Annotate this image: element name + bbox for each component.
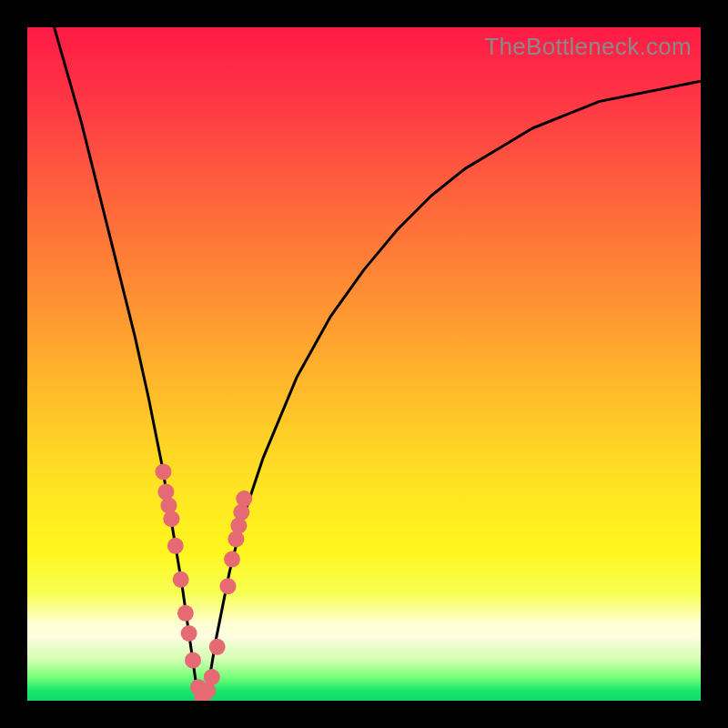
curve-marker: [228, 531, 244, 547]
curve-marker: [220, 578, 237, 594]
curve-marker: [181, 625, 197, 642]
curve-marker: [209, 639, 226, 655]
curve-markers: [156, 463, 253, 701]
curve-marker: [173, 571, 189, 588]
curve-marker: [163, 511, 179, 527]
plot-area: TheBottleneck.com: [27, 27, 701, 701]
curve-marker: [204, 669, 220, 685]
curve-marker: [185, 652, 201, 669]
bottleneck-curve: [55, 27, 701, 701]
curve-marker: [157, 484, 174, 500]
curve-layer: [27, 27, 701, 701]
curve-marker: [177, 605, 194, 622]
watermark-text: TheBottleneck.com: [484, 33, 692, 61]
curve-marker: [160, 497, 177, 513]
curve-marker: [156, 463, 172, 480]
curve-marker: [167, 538, 184, 554]
curve-marker: [236, 490, 252, 507]
curve-marker: [224, 551, 240, 568]
chart-frame: TheBottleneck.com: [0, 0, 728, 728]
curve-marker: [233, 504, 249, 521]
